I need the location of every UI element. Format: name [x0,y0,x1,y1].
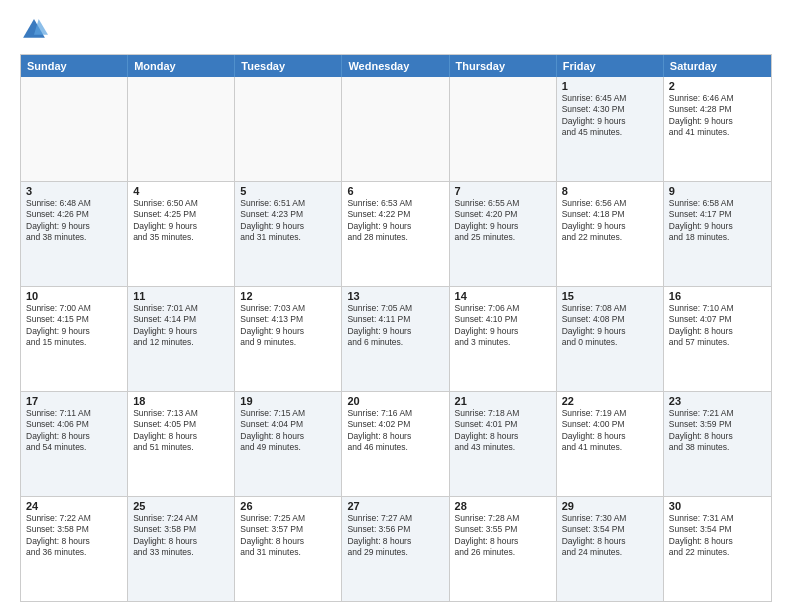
weekday-header-wednesday: Wednesday [342,55,449,77]
day-info: Sunrise: 7:31 AM Sunset: 3:54 PM Dayligh… [669,513,766,559]
day-info: Sunrise: 6:46 AM Sunset: 4:28 PM Dayligh… [669,93,766,139]
calendar-cell-day-25: 25Sunrise: 7:24 AM Sunset: 3:58 PM Dayli… [128,497,235,601]
calendar-cell-day-29: 29Sunrise: 7:30 AM Sunset: 3:54 PM Dayli… [557,497,664,601]
day-number: 22 [562,395,658,407]
day-info: Sunrise: 6:48 AM Sunset: 4:26 PM Dayligh… [26,198,122,244]
logo [20,16,52,44]
day-number: 6 [347,185,443,197]
calendar-row-1: 3Sunrise: 6:48 AM Sunset: 4:26 PM Daylig… [21,181,771,286]
calendar-cell-day-6: 6Sunrise: 6:53 AM Sunset: 4:22 PM Daylig… [342,182,449,286]
day-number: 15 [562,290,658,302]
day-info: Sunrise: 7:08 AM Sunset: 4:08 PM Dayligh… [562,303,658,349]
day-number: 26 [240,500,336,512]
day-number: 29 [562,500,658,512]
day-info: Sunrise: 6:58 AM Sunset: 4:17 PM Dayligh… [669,198,766,244]
day-info: Sunrise: 7:00 AM Sunset: 4:15 PM Dayligh… [26,303,122,349]
calendar: SundayMondayTuesdayWednesdayThursdayFrid… [20,54,772,602]
day-info: Sunrise: 7:25 AM Sunset: 3:57 PM Dayligh… [240,513,336,559]
calendar-cell-day-23: 23Sunrise: 7:21 AM Sunset: 3:59 PM Dayli… [664,392,771,496]
calendar-cell-day-15: 15Sunrise: 7:08 AM Sunset: 4:08 PM Dayli… [557,287,664,391]
day-number: 21 [455,395,551,407]
calendar-row-0: 1Sunrise: 6:45 AM Sunset: 4:30 PM Daylig… [21,77,771,181]
day-info: Sunrise: 7:01 AM Sunset: 4:14 PM Dayligh… [133,303,229,349]
day-info: Sunrise: 7:10 AM Sunset: 4:07 PM Dayligh… [669,303,766,349]
day-number: 16 [669,290,766,302]
weekday-header-monday: Monday [128,55,235,77]
day-number: 27 [347,500,443,512]
calendar-cell-day-16: 16Sunrise: 7:10 AM Sunset: 4:07 PM Dayli… [664,287,771,391]
day-info: Sunrise: 7:30 AM Sunset: 3:54 PM Dayligh… [562,513,658,559]
calendar-cell-day-9: 9Sunrise: 6:58 AM Sunset: 4:17 PM Daylig… [664,182,771,286]
calendar-cell-day-7: 7Sunrise: 6:55 AM Sunset: 4:20 PM Daylig… [450,182,557,286]
calendar-cell-day-27: 27Sunrise: 7:27 AM Sunset: 3:56 PM Dayli… [342,497,449,601]
day-number: 3 [26,185,122,197]
day-info: Sunrise: 7:21 AM Sunset: 3:59 PM Dayligh… [669,408,766,454]
day-info: Sunrise: 6:45 AM Sunset: 4:30 PM Dayligh… [562,93,658,139]
weekday-header-saturday: Saturday [664,55,771,77]
day-info: Sunrise: 7:28 AM Sunset: 3:55 PM Dayligh… [455,513,551,559]
day-number: 28 [455,500,551,512]
day-number: 18 [133,395,229,407]
day-info: Sunrise: 7:19 AM Sunset: 4:00 PM Dayligh… [562,408,658,454]
calendar-row-3: 17Sunrise: 7:11 AM Sunset: 4:06 PM Dayli… [21,391,771,496]
day-info: Sunrise: 7:13 AM Sunset: 4:05 PM Dayligh… [133,408,229,454]
day-number: 11 [133,290,229,302]
day-number: 30 [669,500,766,512]
day-info: Sunrise: 7:05 AM Sunset: 4:11 PM Dayligh… [347,303,443,349]
day-number: 8 [562,185,658,197]
day-info: Sunrise: 6:51 AM Sunset: 4:23 PM Dayligh… [240,198,336,244]
day-number: 1 [562,80,658,92]
calendar-cell-day-17: 17Sunrise: 7:11 AM Sunset: 4:06 PM Dayli… [21,392,128,496]
day-info: Sunrise: 7:16 AM Sunset: 4:02 PM Dayligh… [347,408,443,454]
calendar-cell-day-5: 5Sunrise: 6:51 AM Sunset: 4:23 PM Daylig… [235,182,342,286]
calendar-cell-day-21: 21Sunrise: 7:18 AM Sunset: 4:01 PM Dayli… [450,392,557,496]
day-number: 19 [240,395,336,407]
day-number: 2 [669,80,766,92]
day-info: Sunrise: 7:11 AM Sunset: 4:06 PM Dayligh… [26,408,122,454]
day-info: Sunrise: 6:53 AM Sunset: 4:22 PM Dayligh… [347,198,443,244]
day-info: Sunrise: 6:50 AM Sunset: 4:25 PM Dayligh… [133,198,229,244]
day-info: Sunrise: 7:15 AM Sunset: 4:04 PM Dayligh… [240,408,336,454]
calendar-cell-day-22: 22Sunrise: 7:19 AM Sunset: 4:00 PM Dayli… [557,392,664,496]
day-info: Sunrise: 7:06 AM Sunset: 4:10 PM Dayligh… [455,303,551,349]
calendar-cell-day-26: 26Sunrise: 7:25 AM Sunset: 3:57 PM Dayli… [235,497,342,601]
calendar-cell-empty [128,77,235,181]
calendar-cell-day-4: 4Sunrise: 6:50 AM Sunset: 4:25 PM Daylig… [128,182,235,286]
day-number: 7 [455,185,551,197]
day-number: 9 [669,185,766,197]
calendar-header: SundayMondayTuesdayWednesdayThursdayFrid… [21,55,771,77]
calendar-cell-empty [450,77,557,181]
calendar-cell-day-3: 3Sunrise: 6:48 AM Sunset: 4:26 PM Daylig… [21,182,128,286]
calendar-cell-day-11: 11Sunrise: 7:01 AM Sunset: 4:14 PM Dayli… [128,287,235,391]
day-number: 25 [133,500,229,512]
calendar-cell-day-13: 13Sunrise: 7:05 AM Sunset: 4:11 PM Dayli… [342,287,449,391]
calendar-cell-day-24: 24Sunrise: 7:22 AM Sunset: 3:58 PM Dayli… [21,497,128,601]
weekday-header-tuesday: Tuesday [235,55,342,77]
calendar-body: 1Sunrise: 6:45 AM Sunset: 4:30 PM Daylig… [21,77,771,601]
logo-icon [20,16,48,44]
day-number: 23 [669,395,766,407]
calendar-cell-day-10: 10Sunrise: 7:00 AM Sunset: 4:15 PM Dayli… [21,287,128,391]
day-number: 13 [347,290,443,302]
weekday-header-sunday: Sunday [21,55,128,77]
day-info: Sunrise: 7:27 AM Sunset: 3:56 PM Dayligh… [347,513,443,559]
calendar-cell-day-1: 1Sunrise: 6:45 AM Sunset: 4:30 PM Daylig… [557,77,664,181]
calendar-cell-empty [21,77,128,181]
calendar-cell-day-30: 30Sunrise: 7:31 AM Sunset: 3:54 PM Dayli… [664,497,771,601]
page: SundayMondayTuesdayWednesdayThursdayFrid… [0,0,792,612]
calendar-cell-day-2: 2Sunrise: 6:46 AM Sunset: 4:28 PM Daylig… [664,77,771,181]
day-number: 10 [26,290,122,302]
calendar-cell-day-19: 19Sunrise: 7:15 AM Sunset: 4:04 PM Dayli… [235,392,342,496]
calendar-cell-day-14: 14Sunrise: 7:06 AM Sunset: 4:10 PM Dayli… [450,287,557,391]
day-info: Sunrise: 7:22 AM Sunset: 3:58 PM Dayligh… [26,513,122,559]
day-number: 4 [133,185,229,197]
day-info: Sunrise: 7:18 AM Sunset: 4:01 PM Dayligh… [455,408,551,454]
day-number: 14 [455,290,551,302]
calendar-cell-day-18: 18Sunrise: 7:13 AM Sunset: 4:05 PM Dayli… [128,392,235,496]
day-info: Sunrise: 6:55 AM Sunset: 4:20 PM Dayligh… [455,198,551,244]
calendar-cell-empty [235,77,342,181]
header [20,16,772,44]
weekday-header-thursday: Thursday [450,55,557,77]
day-number: 20 [347,395,443,407]
day-number: 24 [26,500,122,512]
